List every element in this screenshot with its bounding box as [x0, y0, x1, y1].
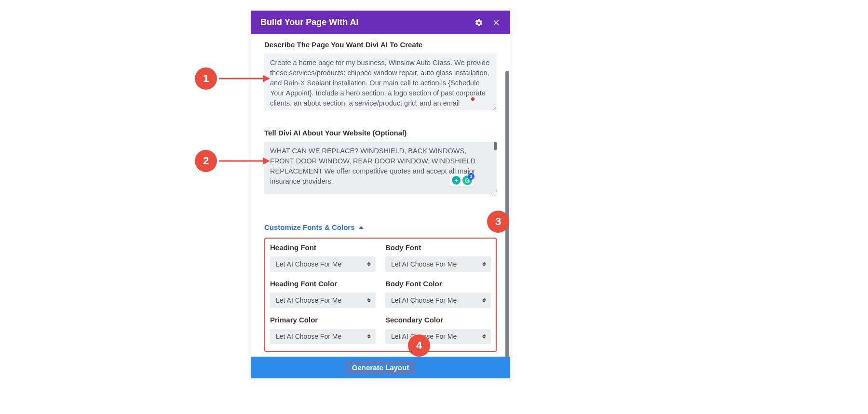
customize-fonts-toggle[interactable]: Customize Fonts & Colors [264, 223, 364, 231]
describe-textarea-wrap [264, 53, 497, 112]
primary-color-label: Primary Color [270, 316, 376, 324]
heading-font-group: Heading Font Let AI Choose For Me [270, 243, 376, 272]
describe-label: Describe The Page You Want Divi AI To Cr… [264, 40, 497, 49]
annotation-1: 1 [195, 67, 270, 90]
primary-color-select[interactable]: Let AI Choose For Me [270, 329, 376, 344]
close-icon[interactable] [492, 18, 501, 27]
annotation-circle: 1 [195, 67, 217, 90]
website-textarea-wrap: ✦ G 1 [264, 142, 497, 196]
describe-textarea[interactable] [264, 53, 497, 110]
inner-scrollbar[interactable] [494, 142, 497, 150]
arrow-icon [217, 155, 270, 167]
heading-font-color-group: Heading Font Color Let AI Choose For Me [270, 280, 376, 308]
annotation-3: 3 [487, 211, 509, 233]
modal-body: Describe The Page You Want Divi AI To Cr… [251, 34, 510, 378]
annotation-circle: 3 [487, 211, 509, 233]
secondary-color-select[interactable]: Let AI Choose For Me [385, 329, 491, 344]
header-icons [475, 18, 501, 27]
fonts-colors-panel: Heading Font Let AI Choose For Me Body F… [264, 238, 497, 352]
sort-icon [482, 334, 486, 339]
sort-icon [482, 298, 486, 303]
arrow-icon [217, 73, 270, 84]
sort-icon [367, 262, 371, 267]
modal-footer: Generate Layout [251, 357, 510, 378]
svg-marker-1 [263, 75, 270, 82]
body-font-label: Body Font [385, 243, 491, 252]
spell-error-dot-icon [471, 97, 475, 101]
gear-icon[interactable] [475, 18, 483, 27]
caret-up-icon [359, 226, 364, 229]
sort-icon [367, 298, 371, 303]
annotation-2: 2 [195, 150, 270, 172]
body-font-select[interactable]: Let AI Choose For Me [385, 256, 491, 272]
ai-builder-modal: Build Your Page With AI Describe The Pag… [251, 11, 510, 378]
svg-marker-3 [263, 158, 270, 164]
secondary-color-group: Secondary Color Let AI Choose For Me [385, 316, 491, 344]
body-font-color-select[interactable]: Let AI Choose For Me [385, 293, 491, 308]
heading-font-color-select[interactable]: Let AI Choose For Me [270, 293, 376, 308]
customize-label: Customize Fonts & Colors [264, 223, 355, 231]
body-font-color-label: Body Font Color [385, 280, 491, 288]
heading-font-color-label: Heading Font Color [270, 280, 376, 288]
modal-header: Build Your Page With AI [251, 11, 510, 34]
grammarly-widget[interactable]: ✦ G 1 [449, 174, 475, 187]
primary-color-group: Primary Color Let AI Choose For Me [270, 316, 376, 344]
secondary-color-label: Secondary Color [385, 316, 491, 324]
modal-title: Build Your Page With AI [260, 17, 359, 27]
heading-font-label: Heading Font [270, 243, 376, 252]
annotation-circle: 4 [408, 334, 430, 357]
grammarly-badge: 1 [468, 173, 475, 180]
assistant-icon: ✦ [452, 176, 461, 185]
sort-icon [482, 262, 486, 267]
body-font-group: Body Font Let AI Choose For Me [385, 243, 491, 272]
generate-layout-button[interactable]: Generate Layout [347, 362, 414, 373]
heading-font-select[interactable]: Let AI Choose For Me [270, 256, 376, 272]
website-label: Tell Divi AI About Your Website (Optiona… [264, 129, 497, 137]
annotation-circle: 2 [195, 150, 217, 172]
annotation-4: 4 [408, 334, 430, 357]
body-font-color-group: Body Font Color Let AI Choose For Me [385, 280, 491, 308]
grammarly-icon: G 1 [462, 175, 472, 185]
sort-icon [367, 334, 371, 339]
